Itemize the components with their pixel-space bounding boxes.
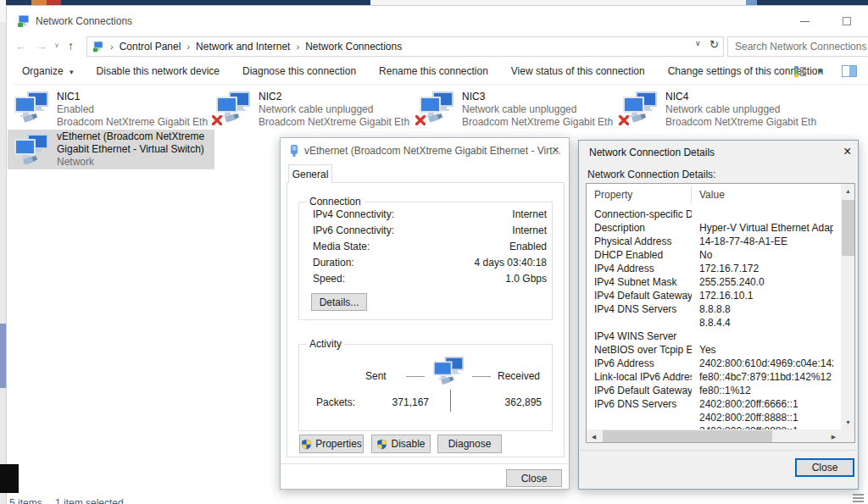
- details-row[interactable]: IPv6 DNS Servers 2402:800:20ff:6666::1: [587, 397, 841, 411]
- details-row[interactable]: IPv6 Address 2402:800:610d:4969:c04e:142…: [587, 357, 841, 370]
- chevron-down-icon[interactable]: ▾: [818, 67, 822, 75]
- connection-tile-vethernet-selected[interactable]: vEthernet (Broadcom NetXtreme Gigabit Et…: [8, 130, 214, 169]
- disable-button[interactable]: Disable: [371, 435, 431, 453]
- tab-general[interactable]: General: [288, 164, 332, 183]
- breadcrumb-control-panel[interactable]: Control Panel: [120, 41, 181, 53]
- minimize-icon: [800, 21, 810, 22]
- recent-locations-dropdown[interactable]: ∨: [54, 42, 59, 49]
- red-x-icon: [619, 115, 629, 125]
- dialog-separator: [281, 463, 569, 464]
- details-row[interactable]: Connection-specific DN...: [587, 208, 841, 221]
- view-status-command[interactable]: View status of this connection: [511, 65, 645, 77]
- connection-tile-nic4[interactable]: NIC4 Network cable unplugged Broadcom Ne…: [616, 89, 816, 130]
- diagnose-button[interactable]: Diagnose: [437, 435, 502, 453]
- organize-menu[interactable]: Organize ▾: [22, 65, 74, 77]
- details-row[interactable]: IPv4 WINS Server: [587, 330, 841, 343]
- details-row[interactable]: 8.8.4.4: [587, 316, 841, 330]
- forward-button[interactable]: →: [36, 38, 47, 53]
- connection-status: Network cable unplugged: [462, 103, 613, 116]
- connection-device: Broadcom NetXtreme Gigabit Eth...: [259, 116, 409, 129]
- connection-tile-nic2[interactable]: NIC2 Network cable unplugged Broadcom Ne…: [209, 89, 409, 130]
- details-row[interactable]: IPv4 DNS Servers 8.8.8.8: [587, 302, 841, 316]
- breadcrumb-chevron-icon: ›: [296, 42, 299, 52]
- address-bar[interactable]: › Control Panel › Network and Internet ›…: [86, 36, 724, 57]
- packets-label: Packets:: [316, 396, 355, 408]
- connection-name: NIC3: [462, 91, 613, 103]
- groupbox-label: Activity: [306, 338, 345, 350]
- details-row[interactable]: 2402:800:20ff:8888::1: [587, 411, 841, 424]
- close-icon[interactable]: ×: [843, 145, 851, 158]
- diagnose-connection-command[interactable]: Diagnose this connection: [242, 65, 356, 77]
- scroll-up-icon[interactable]: ▲: [841, 184, 855, 198]
- up-button[interactable]: ↑: [68, 38, 74, 53]
- details-listview[interactable]: Property Value Connection-specific DN...…: [586, 183, 855, 443]
- details-close-button[interactable]: Close: [795, 458, 854, 477]
- connection-rows: IPv4 Connectivity: Internet IPv6 Connect…: [313, 208, 547, 289]
- rename-connection-command[interactable]: Rename this connection: [379, 65, 488, 77]
- connection-name: NIC4: [665, 91, 816, 103]
- close-icon[interactable]: ×: [552, 143, 559, 156]
- details-row[interactable]: IPv4 Default Gateway 172.16.10.1: [587, 289, 841, 302]
- refresh-icon[interactable]: ↻: [709, 38, 719, 51]
- received-packets-value: 362,895: [474, 396, 542, 408]
- property-label: IPv6 Connectivity:: [313, 224, 394, 241]
- command-toolbar: Organize ▾ Disable this network device D…: [14, 58, 868, 85]
- red-x-icon: [415, 115, 426, 125]
- app-icon: [17, 14, 31, 28]
- sent-packets-value: 371,167: [361, 396, 429, 408]
- scroll-left-icon[interactable]: ◀: [587, 429, 601, 443]
- background-desktop-fragment: [0, 464, 19, 493]
- preview-pane-icon[interactable]: [842, 65, 857, 77]
- connection-status: Enabled: [57, 103, 208, 116]
- details-row[interactable]: Link-local IPv6 Address fe80::4bc7:879:1…: [587, 370, 841, 384]
- property-value: Internet: [512, 208, 547, 224]
- details-list-label: Network Connection Details:: [587, 169, 715, 180]
- column-divider[interactable]: [691, 186, 692, 203]
- details-row[interactable]: IPv4 Subnet Mask 255.255.240.0: [587, 275, 841, 289]
- breadcrumb-network-connections[interactable]: Network Connections: [305, 41, 402, 53]
- scroll-right-icon[interactable]: ▶: [826, 429, 841, 443]
- details-row[interactable]: IPv6 Default Gateway fe80::1%12: [587, 384, 841, 397]
- property-value: 4 days 03:40:18: [475, 257, 547, 273]
- scrollbar-corner: [841, 429, 855, 443]
- breadcrumb-network-and-internet[interactable]: Network and Internet: [196, 41, 290, 53]
- search-input[interactable]: [728, 37, 868, 56]
- network-adapter-icon: [13, 91, 50, 125]
- details-row[interactable]: NetBIOS over Tcpip En... Yes: [587, 343, 841, 357]
- property-label: Duration:: [313, 257, 354, 273]
- connection-tile-nic1[interactable]: NIC1 Enabled Broadcom NetXtreme Gigabit …: [8, 89, 208, 130]
- change-view-icon[interactable]: [793, 64, 807, 78]
- scroll-down-icon[interactable]: ▼: [841, 415, 855, 429]
- property-value: 1.0 Gbps: [505, 273, 547, 289]
- details-row[interactable]: Physical Address 14-18-77-48-A1-EE: [587, 235, 841, 248]
- vertical-scrollbar-thumb[interactable]: [842, 200, 854, 256]
- horizontal-scrollbar-thumb[interactable]: [603, 430, 772, 443]
- details-row[interactable]: Description Hyper-V Virtual Ethernet Ada…: [587, 221, 841, 235]
- property-label: Speed:: [313, 273, 345, 289]
- details-button[interactable]: Details...: [311, 293, 367, 311]
- back-button[interactable]: ←: [15, 38, 27, 53]
- details-row[interactable]: DHCP Enabled No: [587, 248, 841, 262]
- connection-device: Broadcom NetXtreme Gigabit Eth...: [462, 116, 613, 129]
- maximize-button[interactable]: [835, 13, 859, 30]
- address-dropdown-icon[interactable]: ∨: [695, 39, 701, 47]
- column-header-property[interactable]: Property: [594, 189, 632, 201]
- disable-device-command[interactable]: Disable this network device: [97, 65, 220, 77]
- property-label: IPv4 Connectivity:: [313, 208, 394, 224]
- background-list-glyph: [853, 494, 864, 503]
- properties-button[interactable]: Properties: [299, 435, 364, 453]
- sent-label: Sent: [365, 370, 387, 382]
- connection-tile-nic3[interactable]: NIC3 Network cable unplugged Broadcom Ne…: [413, 89, 613, 130]
- connection-status: Network: [57, 156, 214, 169]
- property-value: Enabled: [509, 241, 547, 257]
- chevron-down-icon: ▾: [70, 68, 74, 76]
- dialog-title: vEthernet (Broadcom NetXtreme Gigabit Et…: [304, 145, 561, 157]
- search-box[interactable]: [727, 36, 868, 57]
- column-header-value[interactable]: Value: [699, 189, 725, 201]
- status-close-button[interactable]: Close: [506, 469, 562, 487]
- background-window-edge-left: [0, 22, 6, 504]
- received-label: Received: [498, 370, 540, 382]
- minimize-button[interactable]: [793, 13, 816, 30]
- details-row[interactable]: IPv4 Address 172.16.7.172: [587, 262, 841, 275]
- network-adapter-unplugged-icon: [418, 91, 455, 125]
